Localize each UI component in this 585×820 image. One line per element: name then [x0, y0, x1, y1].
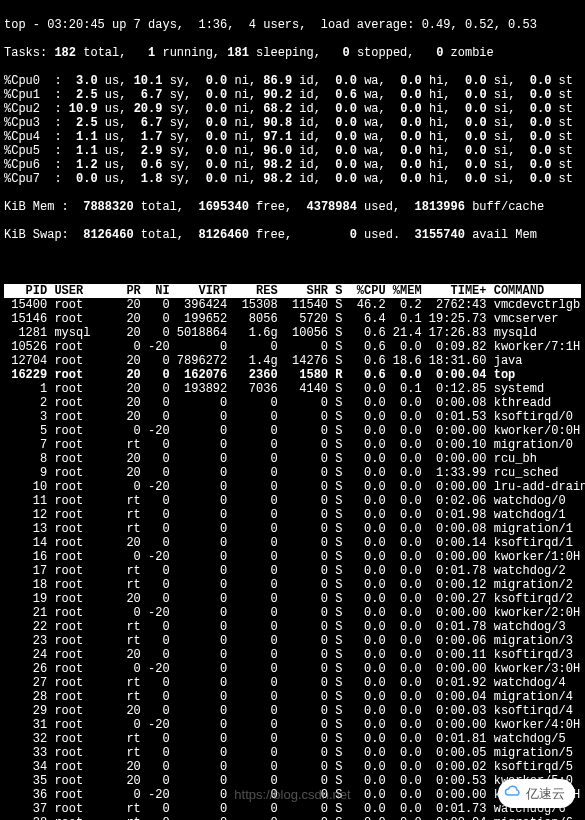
- process-row: 7 root rt 0 0 0 0 S 0.0 0.0 0:00.10 migr…: [4, 438, 581, 452]
- process-row: 35 root 20 0 0 0 0 S 0.0 0.0 0:00.53 kwo…: [4, 774, 581, 788]
- process-row: 27 root rt 0 0 0 0 S 0.0 0.0 0:01.92 wat…: [4, 676, 581, 690]
- summary-line-mem: KiB Mem : 7888320 total, 1695340 free, 4…: [4, 200, 581, 214]
- summary-line-uptime: top - 03:20:45 up 7 days, 1:36, 4 users,…: [4, 18, 581, 32]
- process-row: 37 root rt 0 0 0 0 S 0.0 0.0 0:01.73 wat…: [4, 802, 581, 816]
- process-row: 14 root 20 0 0 0 0 S 0.0 0.0 0:00.14 kso…: [4, 536, 581, 550]
- process-row: 29 root 20 0 0 0 0 S 0.0 0.0 0:00.03 kso…: [4, 704, 581, 718]
- process-row: 12704 root 20 0 7896272 1.4g 14276 S 0.6…: [4, 354, 581, 368]
- blank-line: [4, 256, 581, 270]
- process-row: 19 root 20 0 0 0 0 S 0.0 0.0 0:00.27 kso…: [4, 592, 581, 606]
- process-row-highlight: 16229 root 20 0 162076 2360 1580 R 0.6 0…: [4, 368, 581, 382]
- process-row: 33 root rt 0 0 0 0 S 0.0 0.0 0:00.05 mig…: [4, 746, 581, 760]
- process-row: 32 root rt 0 0 0 0 S 0.0 0.0 0:01.81 wat…: [4, 732, 581, 746]
- process-row: 38 root rt 0 0 0 0 S 0.0 0.0 0:00.04 mig…: [4, 816, 581, 820]
- cloud-watermark-text: 亿速云: [526, 787, 565, 801]
- process-row: 12 root rt 0 0 0 0 S 0.0 0.0 0:01.98 wat…: [4, 508, 581, 522]
- process-row: 5 root 0 -20 0 0 0 S 0.0 0.0 0:00.00 kwo…: [4, 424, 581, 438]
- process-row: 13 root rt 0 0 0 0 S 0.0 0.0 0:00.08 mig…: [4, 522, 581, 536]
- process-row: 18 root rt 0 0 0 0 S 0.0 0.0 0:00.12 mig…: [4, 578, 581, 592]
- summary-line-tasks: Tasks: 182 total, 1 running, 181 sleepin…: [4, 46, 581, 60]
- process-row: 22 root rt 0 0 0 0 S 0.0 0.0 0:01.78 wat…: [4, 620, 581, 634]
- process-row: 1281 mysql 20 0 5018864 1.6g 10056 S 0.6…: [4, 326, 581, 340]
- summary-cpu-lines: %Cpu0 : 3.0 us, 10.1 sy, 0.0 ni, 86.9 id…: [4, 74, 581, 186]
- process-row: 1 root 20 0 193892 7036 4140 S 0.0 0.1 0…: [4, 382, 581, 396]
- process-row: 34 root 20 0 0 0 0 S 0.0 0.0 0:00.02 kso…: [4, 760, 581, 774]
- process-row: 10526 root 0 -20 0 0 0 S 0.6 0.0 0:09.82…: [4, 340, 581, 354]
- process-row: 15146 root 20 0 199652 8056 5720 S 6.4 0…: [4, 312, 581, 326]
- summary-line-swap: KiB Swap: 8126460 total, 8126460 free, 0…: [4, 228, 581, 242]
- cloud-watermark: 亿速云: [498, 779, 575, 808]
- process-row: 36 root 0 -20 0 0 0 S 0.0 0.0 0:00.00 kw…: [4, 788, 581, 802]
- process-row: 3 root 20 0 0 0 0 S 0.0 0.0 0:01.53 ksof…: [4, 410, 581, 424]
- process-row: 16 root 0 -20 0 0 0 S 0.0 0.0 0:00.00 kw…: [4, 550, 581, 564]
- cloud-icon: [504, 783, 522, 804]
- process-row: 17 root rt 0 0 0 0 S 0.0 0.0 0:01.78 wat…: [4, 564, 581, 578]
- process-row: 31 root 0 -20 0 0 0 S 0.0 0.0 0:00.00 kw…: [4, 718, 581, 732]
- process-row: 2 root 20 0 0 0 0 S 0.0 0.0 0:00.08 kthr…: [4, 396, 581, 410]
- process-row: 23 root rt 0 0 0 0 S 0.0 0.0 0:00.06 mig…: [4, 634, 581, 648]
- process-row: 8 root 20 0 0 0 0 S 0.0 0.0 0:00.00 rcu_…: [4, 452, 581, 466]
- process-row: 11 root rt 0 0 0 0 S 0.0 0.0 0:02.06 wat…: [4, 494, 581, 508]
- process-row: 26 root 0 -20 0 0 0 S 0.0 0.0 0:00.00 kw…: [4, 662, 581, 676]
- process-row: 24 root 20 0 0 0 0 S 0.0 0.0 0:00.11 kso…: [4, 648, 581, 662]
- process-table-body: 15400 root 20 0 396424 15308 11540 S 46.…: [4, 298, 581, 820]
- process-row: 9 root 20 0 0 0 0 S 0.0 0.0 1:33.99 rcu_…: [4, 466, 581, 480]
- process-table-header[interactable]: PID USER PR NI VIRT RES SHR S %CPU %MEM …: [4, 284, 581, 298]
- process-row: 15400 root 20 0 396424 15308 11540 S 46.…: [4, 298, 581, 312]
- process-row: 10 root 0 -20 0 0 0 S 0.0 0.0 0:00.00 lr…: [4, 480, 581, 494]
- process-row: 28 root rt 0 0 0 0 S 0.0 0.0 0:00.04 mig…: [4, 690, 581, 704]
- terminal-output[interactable]: top - 03:20:45 up 7 days, 1:36, 4 users,…: [0, 0, 585, 820]
- process-row: 21 root 0 -20 0 0 0 S 0.0 0.0 0:00.00 kw…: [4, 606, 581, 620]
